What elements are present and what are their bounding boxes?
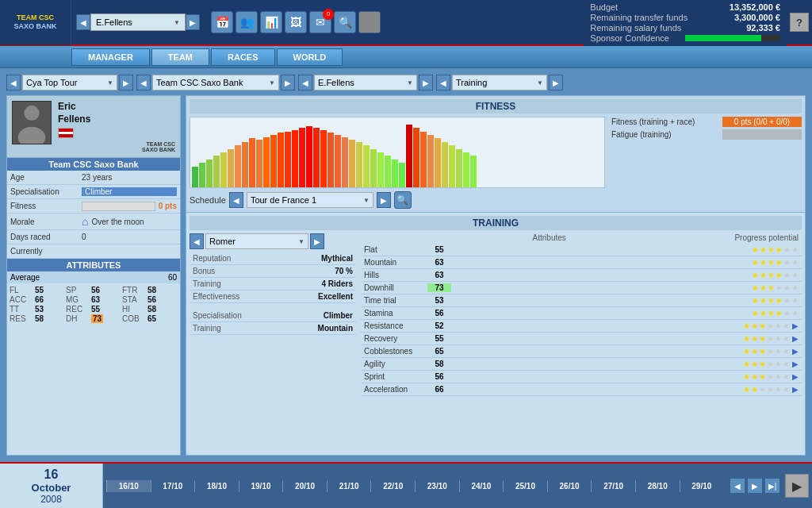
budget-value: 13,352,000 € <box>730 2 780 12</box>
help-button[interactable]: ? <box>790 13 809 32</box>
player2-prev-btn[interactable]: ◀ <box>298 75 312 90</box>
team-next-btn[interactable]: ▶ <box>281 75 295 90</box>
player-info: Eric Fellens TEAM CSCSAXO BANK <box>58 101 175 152</box>
team-dropdown[interactable]: Team CSC Saxo Bank ▼ <box>152 75 279 90</box>
tab-team[interactable]: TEAM <box>151 48 209 66</box>
fitness-title: FITNESS <box>190 99 802 114</box>
chart-bar-17 <box>313 128 320 187</box>
timeline-day-1[interactable]: 17/10 <box>151 480 195 492</box>
fatigue-label: Fatigue (training) <box>611 130 672 139</box>
team-dropdown-group: ◀ Team CSC Saxo Bank ▼ ▶ <box>136 75 295 90</box>
tour-next-btn[interactable]: ▶ <box>119 75 133 90</box>
timeline-day-7[interactable]: 23/10 <box>415 480 459 492</box>
fitness-content: Fitness (training + race) 0 pts (0/0 + 0… <box>190 117 802 188</box>
timeline-day-5[interactable]: 21/10 <box>327 480 371 492</box>
nav-tabs: MANAGER TEAM RACES WORLD <box>0 46 812 68</box>
salary-value: 92,333 € <box>746 23 780 33</box>
schedule-next-btn[interactable]: ▶ <box>377 192 391 208</box>
skill-row-sprint: Sprint56★★★★★★▶ <box>361 371 802 383</box>
player-dropdown[interactable]: E.Fellens ▼ <box>90 13 186 31</box>
chart-bar-33 <box>427 135 434 187</box>
tab-races[interactable]: RACES <box>211 48 275 66</box>
chart-bar-1 <box>199 163 205 187</box>
timeline-day-12[interactable]: 28/10 <box>635 480 680 492</box>
trainer-dropdown[interactable]: Romer ▼ <box>205 233 308 249</box>
attr-cell-dh: DH73 <box>66 314 121 323</box>
timeline-day-8[interactable]: 24/10 <box>459 480 504 492</box>
tour-dropdown[interactable]: Cya Top Tour ▼ <box>22 75 117 90</box>
section-prev-btn[interactable]: ◀ <box>436 75 450 90</box>
chart-bar-30 <box>406 125 412 187</box>
tour-dropdown-group: ◀ Cya Top Tour ▼ ▶ <box>6 75 133 90</box>
player-next-btn[interactable]: ▶ <box>186 14 200 30</box>
tl-prev-btn[interactable]: ◀ <box>730 478 745 494</box>
misc-icon-btn[interactable] <box>358 11 381 33</box>
timeline-day-6[interactable]: 22/10 <box>370 480 415 492</box>
player2-dropdown[interactable]: E.Fellens ▼ <box>314 75 417 90</box>
trainer-next-btn[interactable]: ▶ <box>310 233 324 249</box>
chart-bar-28 <box>392 160 398 187</box>
alert-icon-btn[interactable]: ✉ <box>309 11 331 33</box>
attributes-panel: Attributes Progress potential Flat55★★★★… <box>361 233 802 396</box>
attr-cell-acc: ACC66 <box>10 295 65 304</box>
bonus-label: Bonus <box>193 267 215 275</box>
trainer-prev-btn[interactable]: ◀ <box>190 233 204 249</box>
chart-bar-15 <box>299 128 305 187</box>
effectiveness-value: Excellent <box>318 292 353 301</box>
reputation-row: Reputation Mythical <box>190 252 356 265</box>
timeline-day-3[interactable]: 19/10 <box>239 480 283 492</box>
section-dropdown[interactable]: Training ▼ <box>452 75 547 90</box>
tour-prev-btn[interactable]: ◀ <box>6 75 21 90</box>
skill-rows-container: Flat55★★★★★★Mountain63★★★★★★Hills63★★★★★… <box>361 244 802 396</box>
timeline-day-9[interactable]: 25/10 <box>503 480 547 492</box>
schedule-label: Schedule <box>190 195 226 205</box>
search-icon-btn[interactable]: 🔍 <box>334 11 356 33</box>
attr-cell-cob: COB65 <box>122 314 178 323</box>
section-caret: ▼ <box>537 79 543 87</box>
training-fitness-row: Fitness (training + race) 0 pts (0/0 + 0… <box>611 117 802 127</box>
section-dropdown-label: Training <box>456 78 487 87</box>
tl-fast-btn[interactable]: ▶| <box>764 478 780 494</box>
timeline-day-10[interactable]: 26/10 <box>547 480 592 492</box>
trainer-spec-label: Specialisation <box>193 311 242 320</box>
player2-caret: ▼ <box>407 79 413 87</box>
chart-bar-10 <box>263 137 270 187</box>
chart-bar-20 <box>335 135 341 187</box>
stats-icon-btn[interactable]: 📊 <box>260 11 282 33</box>
progress-arrow-8: ▶ <box>792 347 799 356</box>
timeline-day-2[interactable]: 18/10 <box>194 480 239 492</box>
chart-bar-27 <box>385 156 391 187</box>
spec-label: Specialisation <box>10 187 82 196</box>
stars-1: ★★★★★★ <box>451 258 799 267</box>
schedule-search-btn[interactable]: 🔍 <box>394 191 412 209</box>
team-prev-btn[interactable]: ◀ <box>136 75 151 90</box>
team-icon-btn[interactable]: 👥 <box>236 11 258 33</box>
chart-area <box>190 117 605 188</box>
play-button[interactable]: ▶ <box>785 474 809 498</box>
schedule-dropdown[interactable]: Tour de France 1 ▼ <box>247 192 373 208</box>
skill-row-recovery: Recovery55★★★★★★▶ <box>361 333 802 345</box>
player-first-name: Eric <box>58 101 76 112</box>
timeline-day-11[interactable]: 27/10 <box>591 480 635 492</box>
tl-next-btn[interactable]: ▶ <box>747 478 763 494</box>
player-prev-btn[interactable]: ◀ <box>76 14 90 30</box>
chart-bar-16 <box>306 126 312 187</box>
calendar-icon-btn[interactable]: 📅 <box>211 11 233 33</box>
photo-icon-btn[interactable]: 🖼 <box>285 11 307 33</box>
chart-bar-35 <box>442 142 448 187</box>
tab-manager[interactable]: MANAGER <box>71 48 150 66</box>
chart-bars <box>190 117 604 187</box>
chart-bar-13 <box>285 132 291 187</box>
section-next-btn[interactable]: ▶ <box>549 75 563 90</box>
bonus-value: 70 % <box>335 267 353 275</box>
stars-10: ★★★★★★▶ <box>451 372 799 381</box>
timeline-day-13[interactable]: 29/10 <box>680 480 724 492</box>
training-count-value: 4 Riders <box>322 279 353 288</box>
timeline-day-0[interactable]: 16/10 <box>106 480 151 492</box>
tab-world[interactable]: WORLD <box>277 48 343 66</box>
schedule-prev-btn[interactable]: ◀ <box>229 192 243 208</box>
attr-cell-fl: FL55 <box>10 286 65 294</box>
chart-bar-2 <box>206 160 213 187</box>
timeline-day-4[interactable]: 20/10 <box>282 480 327 492</box>
player2-next-btn[interactable]: ▶ <box>419 75 433 90</box>
